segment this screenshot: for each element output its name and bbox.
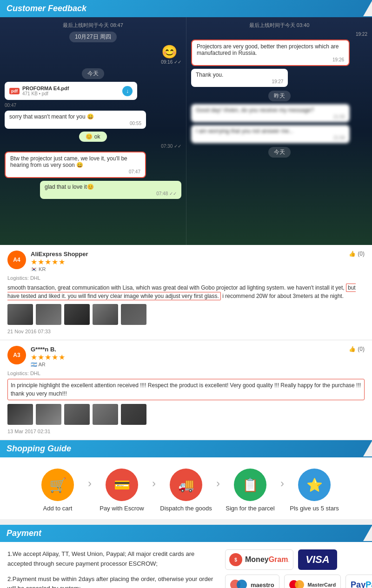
maestro-circles xyxy=(230,578,249,588)
moneygram-dot: $ xyxy=(229,553,242,566)
customer-feedback-title: Customer Feedback xyxy=(7,4,86,13)
country-flag-1: 🇰🇷 xyxy=(31,266,37,272)
reviewer-2-thumbup: 👍 (0) xyxy=(349,346,365,352)
ok-bubble: 😊 ok xyxy=(79,132,106,142)
moneygram-text: MoneyGram. xyxy=(245,555,289,564)
chat-file: pdf PROFORMA E4.pdf 471 KB • pdf ↓ xyxy=(5,82,137,100)
review-thumb-7[interactable] xyxy=(36,404,61,425)
paypal-logo: PayPal xyxy=(345,575,372,588)
chat-right-panel: 最后上线时间于今天 03:40 19:22 Projectors are ver… xyxy=(186,17,372,245)
maestro-logo: maestro xyxy=(225,575,279,588)
guide-step-stars: ⭐ Pls give us 5 stars xyxy=(284,469,345,512)
payment-title: Payment xyxy=(7,529,41,538)
review-thumb-9[interactable] xyxy=(93,404,118,425)
reviewer-1-avatar: A4 xyxy=(7,251,26,269)
arrow-3: › xyxy=(216,477,220,490)
payment-header: Payment xyxy=(0,525,372,542)
review-thumb-3[interactable] xyxy=(64,304,90,325)
chat-bubble-projector: Btw the projector just came, we love it,… xyxy=(5,152,146,178)
stars-icon-circle: ⭐ xyxy=(298,469,331,501)
cart-label: Add to cart xyxy=(43,505,73,512)
dispatch-icon: 🚚 xyxy=(178,477,194,493)
main-wrapper: Customer Feedback 最后上线时间于今天 08:47 10月27日… xyxy=(0,0,372,588)
chat-bubble-thankyou: Thank you. 19:27 xyxy=(191,69,288,87)
logos-row-1: $ MoneyGram. VISA xyxy=(225,549,365,570)
chat-bubble-blurred1: Good day! Vivien, do you receive my mess… xyxy=(191,104,350,122)
mastercard-text: MasterCard xyxy=(308,582,336,588)
reviewer-1-info: AliExpress Shopper ★★★★★ 🇰🇷 KR xyxy=(31,251,344,272)
payment-logos-block: $ MoneyGram. VISA maestro xyxy=(225,549,365,588)
payment-text-2: 2.Payment must be within 2days after pla… xyxy=(7,575,216,588)
sign-icon: 📋 xyxy=(242,477,259,493)
guide-step-dispatch: 🚚 Dispatch the goods xyxy=(156,469,216,512)
file-time: 00:47 xyxy=(5,103,181,108)
review-thumb-1[interactable] xyxy=(7,304,33,325)
shopping-guide-title: Shopping Guide xyxy=(7,444,71,454)
pdf-icon: pdf xyxy=(9,88,20,94)
dispatch-label: Dispatch the goods xyxy=(160,505,212,512)
reviewer-2-info: G****n B. ★★★★★ 🇦🇷 AR xyxy=(31,346,344,368)
mc-yellow-circle xyxy=(295,580,304,588)
reviews-container: A4 AliExpress Shopper ★★★★★ 🇰🇷 KR 👍 (0) … xyxy=(0,245,372,440)
right-time1: 19:22 xyxy=(191,32,367,37)
today-label-left: 今天 xyxy=(82,68,104,79)
country-flag-2: 🇦🇷 xyxy=(31,362,37,367)
review-thumb-10[interactable] xyxy=(121,404,146,425)
reviewer-2-avatar: A3 xyxy=(7,346,26,364)
review-thumb-6[interactable] xyxy=(7,404,33,425)
left-date-badge: 10月27日 周四 xyxy=(69,32,117,42)
ok-time: 07:30 ✓✓ xyxy=(5,144,181,149)
shopping-guide-header: Shopping Guide xyxy=(0,440,372,457)
mc-circles xyxy=(289,579,306,588)
chat-bubble-projector-good: Projectors are very good, better then pr… xyxy=(191,40,350,66)
reviewer-1-country: 🇰🇷 KR xyxy=(31,266,344,272)
reviewer-1-images xyxy=(7,304,365,325)
file-name: PROFORMA E4.pdf xyxy=(22,86,69,91)
reviewer-2-date: 13 Mar 2017 02:31 xyxy=(7,429,365,434)
sign-icon-circle: 📋 xyxy=(234,469,266,501)
shopping-guide-steps: 🛒 Add to cart › 💳 Pay with Escrow › 🚚 Di… xyxy=(0,457,372,519)
stars-label: Pls give us 5 stars xyxy=(290,505,339,512)
reviewer-2-images xyxy=(7,404,365,425)
paypal-text: PayPal xyxy=(351,580,372,588)
review-2: A3 G****n B. ★★★★★ 🇦🇷 AR 👍 (0) Logistics… xyxy=(0,340,372,440)
stars-icon: ⭐ xyxy=(306,477,323,493)
mastercard-logo: MasterCard xyxy=(284,575,341,588)
arrow-1: › xyxy=(88,477,92,490)
file-size: 471 KB • pdf xyxy=(22,91,69,96)
divider-1 xyxy=(0,519,372,525)
review-thumb-4[interactable] xyxy=(93,304,118,325)
reviewer-1-thumbup: 👍 (0) xyxy=(349,251,365,257)
guide-step-sign: 📋 Sign for the parcel xyxy=(220,469,280,512)
review-thumb-5[interactable] xyxy=(121,304,146,325)
review-1: A4 AliExpress Shopper ★★★★★ 🇰🇷 KR 👍 (0) … xyxy=(0,245,372,340)
guide-step-pay: 💳 Pay with Escrow xyxy=(92,469,152,512)
review-thumb-8[interactable] xyxy=(64,404,90,425)
dispatch-icon-circle: 🚚 xyxy=(170,469,202,501)
reviewer-1-name: AliExpress Shopper xyxy=(31,251,344,258)
payment-content: 1.We accept Alipay, TT, West Union, Payp… xyxy=(0,542,372,588)
cart-icon-circle: 🛒 xyxy=(41,469,74,501)
moneygram-logo: $ MoneyGram. xyxy=(225,549,293,570)
reviewer-2-header: A3 G****n B. ★★★★★ 🇦🇷 AR 👍 (0) xyxy=(7,346,365,368)
reviewer-1-text: smooth transaction, great communication … xyxy=(7,284,365,300)
left-status: 最后上线时间于今天 08:47 xyxy=(5,22,181,29)
reviewer-1-stars: ★★★★★ xyxy=(31,258,344,266)
review-thumb-2[interactable] xyxy=(36,304,61,325)
reviewer-2-name: G****n B. xyxy=(31,346,344,353)
logos-row-2: maestro MasterCard PayPal xyxy=(225,575,365,588)
chat-left-panel: 最后上线时间于今天 08:47 10月27日 周四 😊 09:16 ✓✓ 今天 … xyxy=(0,17,186,245)
left-time1: 09:16 ✓✓ xyxy=(5,59,181,65)
chat-screenshot: 最后上线时间于今天 08:47 10月27日 周四 😊 09:16 ✓✓ 今天 … xyxy=(0,17,372,245)
cart-icon: 🛒 xyxy=(49,477,66,493)
payment-text-1: 1.We accept Alipay, TT, West Union, Payp… xyxy=(7,549,216,569)
sign-label: Sign for the parcel xyxy=(226,505,275,512)
reviewer-2-text: In principle highlight the excellent att… xyxy=(7,379,365,400)
reviewer-1-date: 21 Nov 2016 07:33 xyxy=(7,329,365,334)
payment-text-block: 1.We accept Alipay, TT, West Union, Payp… xyxy=(7,549,216,588)
today-label-right: 今天 xyxy=(268,147,291,158)
arrow-2: › xyxy=(152,477,156,490)
right-status: 最后上线时间于今天 03:40 xyxy=(191,22,367,29)
reviewer-1-logistics: Logistics: DHL xyxy=(7,275,365,281)
reviewer-2-country: 🇦🇷 AR xyxy=(31,362,344,368)
